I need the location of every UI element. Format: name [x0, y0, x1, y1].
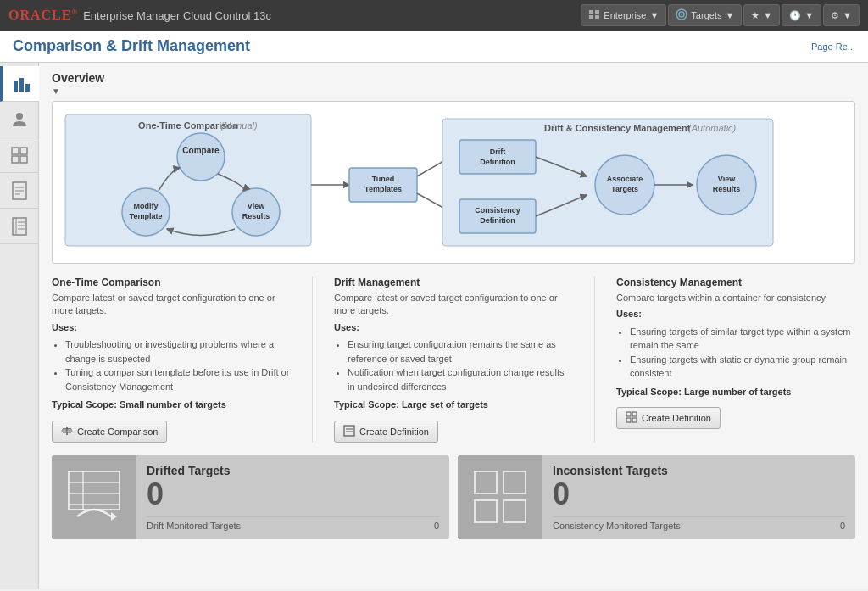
desc-col-consistency-scope: Typical Scope: Large number of targets — [616, 386, 855, 399]
top-navigation-bar: ORACLE® Enterprise Manager Cloud Control… — [0, 0, 868, 31]
sidebar — [0, 63, 39, 589]
inconsistent-targets-body: Inconsistent Targets 0 Consistency Monit… — [542, 455, 855, 539]
svg-text:(Manual): (Manual) — [220, 120, 258, 131]
chevron-down-icon: ▼ — [763, 10, 772, 20]
gear-icon: ⚙ — [831, 10, 839, 21]
grid-icon — [9, 145, 30, 165]
bottom-stats: Drifted Targets 0 Drift Monitored Target… — [52, 455, 855, 539]
svg-rect-65 — [632, 412, 637, 416]
desc-col-consistency-uses-list: Ensuring targets of similar target type … — [630, 325, 855, 381]
svg-text:Templates: Templates — [364, 185, 402, 193]
svg-rect-19 — [13, 218, 26, 235]
desc-col-one-time: One-Time Comparison Compare latest or sa… — [52, 276, 291, 443]
desc-col-consistency-uses-label: Uses: — [616, 309, 642, 319]
svg-rect-76 — [475, 500, 497, 522]
bar-chart-icon — [11, 74, 31, 94]
chevron-down-icon: ▼ — [804, 10, 814, 20]
svg-rect-44 — [459, 140, 536, 174]
create-comparison-button[interactable]: Create Comparison — [52, 421, 167, 443]
main-layout: Overview ▼ One-Time Comparison (Manual) … — [0, 63, 868, 589]
svg-rect-13 — [12, 156, 19, 163]
svg-rect-14 — [20, 156, 27, 163]
svg-rect-7 — [14, 81, 18, 92]
page-title: Comparison & Drift Management — [13, 37, 250, 55]
svg-text:Drift: Drift — [490, 148, 506, 156]
document-icon — [9, 181, 30, 201]
svg-text:Compare: Compare — [182, 146, 220, 155]
svg-rect-0 — [589, 10, 593, 14]
drifted-targets-row: Drift Monitored Targets 0 — [147, 516, 439, 531]
desc-col-one-time-uses-label: Uses: — [52, 322, 77, 332]
oracle-logo: ORACLE® — [8, 8, 78, 23]
svg-point-10 — [16, 113, 23, 120]
inconsistent-targets-title: Inconsistent Targets — [553, 464, 845, 477]
enterprise-icon — [588, 9, 600, 21]
desc-col-drift: Drift Management Compare latest or saved… — [334, 276, 573, 443]
svg-text:Modify: Modify — [134, 202, 159, 210]
drifted-targets-title: Drifted Targets — [147, 464, 439, 477]
svg-rect-66 — [626, 418, 631, 422]
desc-col-one-time-title: One-Time Comparison — [52, 276, 291, 288]
divider-2 — [594, 276, 595, 443]
page-header: Comparison & Drift Management Page Re... — [0, 31, 868, 63]
inconsistent-targets-card: Inconsistent Targets 0 Consistency Monit… — [458, 455, 855, 539]
list-item: Tuning a comparison template before its … — [65, 365, 291, 393]
sidebar-item-document[interactable] — [0, 173, 39, 209]
definition-icon — [343, 425, 355, 438]
svg-text:Definition: Definition — [480, 216, 515, 225]
svg-text:(Automatic): (Automatic) — [688, 123, 737, 133]
svg-point-27 — [177, 133, 225, 181]
svg-text:View: View — [718, 175, 736, 183]
targets-button[interactable]: Targets ▼ — [668, 4, 742, 26]
svg-rect-11 — [12, 148, 19, 154]
sidebar-item-grid[interactable] — [0, 137, 39, 173]
svg-rect-8 — [19, 78, 24, 92]
svg-rect-67 — [632, 418, 637, 422]
topbar-actions: Enterprise ▼ Targets ▼ ★ ▼ 🕐 ▼ ⚙ ▼ — [581, 4, 860, 26]
svg-rect-2 — [589, 15, 593, 19]
divider-1 — [312, 276, 313, 443]
settings-button[interactable]: ⚙ ▼ — [823, 4, 860, 26]
svg-text:Definition: Definition — [480, 158, 515, 166]
desc-col-consistency-summary: Compare targets within a container for c… — [616, 292, 855, 304]
overview-collapse-arrow[interactable]: ▼ — [52, 86, 855, 96]
create-consistency-definition-button[interactable]: Create Definition — [616, 407, 721, 429]
overview-title: Overview — [52, 71, 855, 85]
product-name: Enterprise Manager Cloud Control 13c — [83, 9, 271, 22]
desc-col-one-time-summary: Compare latest or saved target configura… — [52, 292, 291, 318]
inconsistent-targets-row: Consistency Monitored Targets 0 — [553, 516, 845, 531]
create-drift-definition-button[interactable]: Create Definition — [334, 421, 438, 443]
svg-rect-12 — [20, 148, 27, 154]
favorites-button[interactable]: ★ ▼ — [743, 4, 780, 26]
drift-icon-area — [52, 455, 136, 539]
consistency-icon-area — [458, 455, 542, 539]
svg-rect-61 — [344, 426, 354, 436]
sidebar-item-person[interactable] — [0, 102, 39, 137]
svg-marker-73 — [111, 512, 117, 521]
history-button[interactable]: 🕐 ▼ — [782, 4, 821, 26]
desc-col-drift-title: Drift Management — [334, 276, 573, 288]
svg-rect-64 — [626, 412, 631, 416]
clock-icon: 🕐 — [789, 10, 801, 21]
scale-icon — [61, 425, 73, 438]
sidebar-item-overview[interactable] — [0, 66, 39, 102]
list-item: Ensuring targets of similar target type … — [630, 325, 855, 353]
page-refresh-button[interactable]: Page Re... — [811, 42, 855, 52]
list-item: Ensuring target configuration remains th… — [348, 337, 573, 365]
enterprise-button[interactable]: Enterprise ▼ — [581, 4, 666, 26]
person-icon — [9, 109, 30, 130]
svg-text:Targets: Targets — [611, 185, 638, 193]
svg-text:Results: Results — [242, 212, 270, 220]
svg-text:View: View — [248, 202, 265, 210]
desc-col-consistency: Consistency Management Compare targets w… — [616, 276, 855, 443]
sidebar-item-book[interactable] — [0, 209, 39, 244]
svg-rect-74 — [475, 471, 497, 493]
description-columns: One-Time Comparison Compare latest or sa… — [52, 276, 855, 443]
definition2-icon — [626, 411, 637, 425]
svg-text:Results: Results — [713, 185, 741, 193]
consistency-monitored-value: 0 — [840, 521, 845, 531]
star-icon: ★ — [751, 10, 760, 21]
main-diagram-svg: One-Time Comparison (Manual) Compare Mod… — [61, 110, 790, 254]
drifted-targets-body: Drifted Targets 0 Drift Monitored Target… — [136, 455, 449, 539]
desc-col-drift-summary: Compare latest or saved target configura… — [334, 292, 573, 318]
